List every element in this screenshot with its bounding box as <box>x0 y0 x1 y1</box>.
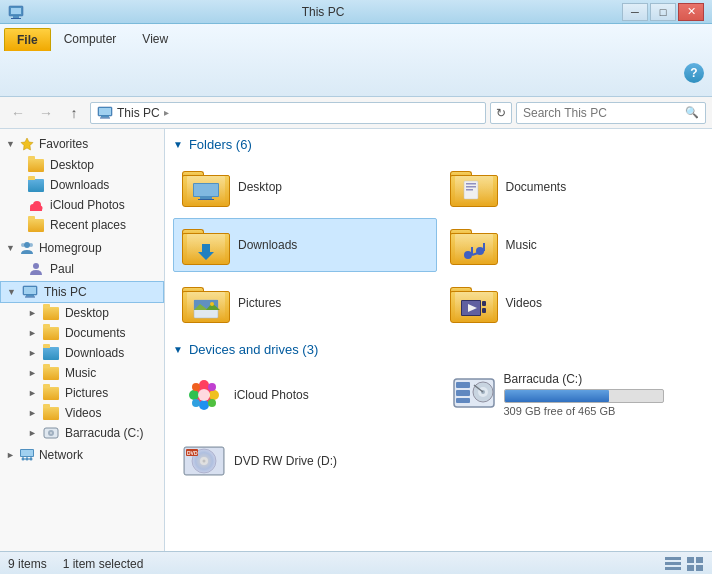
tab-file[interactable]: File <box>4 28 51 51</box>
svg-point-57 <box>199 380 209 390</box>
forward-button[interactable]: → <box>34 101 58 125</box>
folders-section-header[interactable]: ▼ Folders (6) <box>173 137 704 152</box>
pictures-folder-label: Pictures <box>238 296 281 310</box>
sidebar-pc-desktop-label: Desktop <box>65 306 109 320</box>
chevron-right-icon-5: ► <box>28 388 37 398</box>
chevron-right-icon-2: ► <box>28 328 37 338</box>
music-folder-label: Music <box>506 238 537 252</box>
devices-section-header[interactable]: ▼ Devices and drives (3) <box>173 342 704 357</box>
sidebar-item-recent-places[interactable]: Recent places <box>0 215 164 235</box>
minimize-button[interactable]: ─ <box>622 3 648 21</box>
sidebar-pc-videos-label: Videos <box>65 406 101 420</box>
drive-item-dvd[interactable]: DVD DVD RW Drive (D:) <box>173 432 435 490</box>
status-bar: 9 items 1 item selected <box>0 551 712 574</box>
sidebar-item-homegroup[interactable]: ▼ Homegroup <box>0 237 164 259</box>
svg-marker-8 <box>21 138 33 150</box>
back-button[interactable]: ← <box>6 101 30 125</box>
sidebar-recent-label: Recent places <box>50 218 126 232</box>
svg-rect-38 <box>466 183 476 185</box>
help-button[interactable]: ? <box>684 63 704 83</box>
sidebar-item-downloads[interactable]: Downloads <box>0 175 164 195</box>
svg-rect-68 <box>456 390 470 396</box>
sidebar-item-pc-downloads[interactable]: ► Downloads <box>0 343 164 363</box>
svg-rect-55 <box>482 308 486 313</box>
sidebar-item-pc-pictures[interactable]: ► Pictures <box>0 383 164 403</box>
sidebar-desktop-label: Desktop <box>50 158 94 172</box>
folder-item-music[interactable]: Music <box>441 218 705 272</box>
tab-computer[interactable]: Computer <box>51 27 130 50</box>
dvd-icon-svg: DVD <box>182 439 226 483</box>
icloud-photos-icon-svg <box>182 373 226 417</box>
folder-item-pictures[interactable]: Pictures <box>173 276 437 330</box>
window-title: This PC <box>24 5 622 19</box>
videos-image <box>460 298 488 320</box>
dvd-drive-label: DVD RW Drive (D:) <box>234 454 337 468</box>
favorites-label: Favorites <box>39 137 88 151</box>
sidebar-item-paul[interactable]: Paul <box>0 259 164 279</box>
sidebar-pc-music-label: Music <box>65 366 96 380</box>
icloud-icon-small <box>28 199 44 212</box>
search-icon: 🔍 <box>685 106 699 119</box>
homegroup-icon <box>19 240 35 256</box>
sidebar-item-pc-documents[interactable]: ► Documents <box>0 323 164 343</box>
hdd-icon-big <box>452 377 496 413</box>
drive-item-icloud[interactable]: iCloud Photos <box>173 365 435 424</box>
close-button[interactable]: ✕ <box>678 3 704 21</box>
sidebar-item-desktop[interactable]: Desktop <box>0 155 164 175</box>
sidebar-item-this-pc[interactable]: ▼ This PC <box>0 281 164 303</box>
tab-view[interactable]: View <box>129 27 181 50</box>
title-bar-left <box>8 4 24 20</box>
folder-item-downloads[interactable]: Downloads <box>173 218 437 272</box>
search-input[interactable] <box>523 106 681 120</box>
svg-rect-7 <box>100 117 110 118</box>
main-content: ▼ Folders (6) <box>165 129 712 551</box>
chevron-right-icon: ► <box>28 308 37 318</box>
maximize-button[interactable]: □ <box>650 3 676 21</box>
svg-rect-39 <box>466 186 476 188</box>
folder-item-documents[interactable]: Documents <box>441 160 705 214</box>
title-bar: This PC ─ □ ✕ <box>0 0 712 24</box>
up-button[interactable]: ↑ <box>62 101 86 125</box>
sidebar-item-pc-music[interactable]: ► Music <box>0 363 164 383</box>
sidebar-group-network: ► Network <box>0 445 164 465</box>
chevron-right-icon-3: ► <box>28 348 37 358</box>
svg-point-16 <box>33 263 39 269</box>
sidebar-pc-pictures-label: Pictures <box>65 386 108 400</box>
address-input[interactable]: This PC ▸ <box>90 102 486 124</box>
breadcrumb: This PC ▸ <box>97 106 169 120</box>
svg-rect-18 <box>24 287 36 294</box>
sidebar-item-favorites[interactable]: ▼ Favorites <box>0 133 164 155</box>
folder-item-videos[interactable]: Videos <box>441 276 705 330</box>
svg-text:DVD: DVD <box>187 450 198 456</box>
svg-point-64 <box>208 399 216 407</box>
svg-rect-69 <box>456 398 470 403</box>
svg-rect-35 <box>200 197 212 199</box>
pc-pictures-icon <box>43 387 59 400</box>
documents-folder-label: Documents <box>506 180 567 194</box>
sidebar-item-pc-videos[interactable]: ► Videos <box>0 403 164 423</box>
downloads-folder-icon <box>28 179 44 192</box>
svg-rect-86 <box>687 565 694 571</box>
sidebar-pc-documents-label: Documents <box>65 326 126 340</box>
address-bar: ← → ↑ This PC ▸ ↻ 🔍 <box>0 97 712 129</box>
downloads-folder-label: Downloads <box>238 238 297 252</box>
icloud-drive-label: iCloud Photos <box>234 388 309 402</box>
refresh-button[interactable]: ↻ <box>490 102 512 124</box>
drive-item-barracuda[interactable]: Barracuda (C:) 309 GB free of 465 GB <box>443 365 705 424</box>
sidebar-item-pc-desktop[interactable]: ► Desktop <box>0 303 164 323</box>
sidebar-item-network[interactable]: ► Network <box>0 445 164 465</box>
search-box[interactable]: 🔍 <box>516 102 706 124</box>
sidebar: ▼ Favorites Desktop Downloads <box>0 129 165 551</box>
sidebar-item-pc-barracuda[interactable]: ► Barracuda (C:) <box>0 423 164 443</box>
chevron-right-icon-8: ► <box>6 450 15 460</box>
svg-rect-54 <box>482 301 486 306</box>
documents-image <box>462 180 486 202</box>
sidebar-item-icloud-photos[interactable]: iCloud Photos <box>0 195 164 215</box>
view-large-icon[interactable] <box>686 556 704 572</box>
folder-item-desktop[interactable]: Desktop <box>173 160 437 214</box>
ribbon-content: ? <box>0 50 712 96</box>
view-details-icon[interactable] <box>664 556 682 572</box>
sidebar-network-label: Network <box>39 448 83 462</box>
svg-rect-87 <box>696 565 703 571</box>
svg-point-23 <box>50 432 52 434</box>
